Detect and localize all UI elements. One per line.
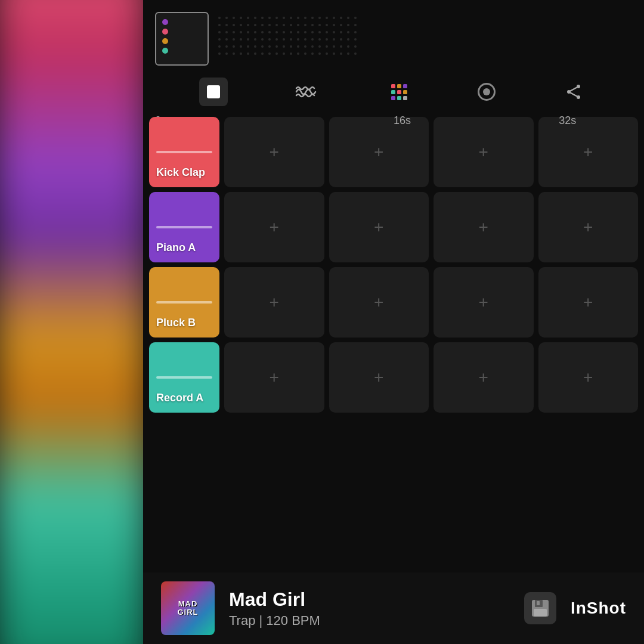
dot-grid-cell (347, 38, 349, 41)
track-empty-pluck-b-4[interactable]: + (538, 267, 639, 338)
dot-grid-cell (233, 52, 235, 55)
track-empty-kick-clap-3[interactable]: + (434, 117, 534, 187)
dot-grid-cell (354, 31, 357, 33)
dots-pattern-area (218, 12, 632, 57)
share-button[interactable] (559, 78, 588, 106)
track-row-piano-a: Piano A + + + + (149, 192, 638, 262)
dot-grid-cell (354, 38, 357, 41)
dot-grid-cell (311, 24, 314, 26)
dot-grid-cell (297, 38, 299, 41)
dot-grid-cell (268, 17, 271, 19)
track-bar (156, 226, 212, 228)
track-name-pluck-b: Pluck B (156, 317, 196, 329)
record-button[interactable] (478, 83, 496, 101)
main-area: 0s 16s 32s Kick Clap + + + + Piano (143, 0, 644, 644)
save-icon (530, 598, 550, 618)
dot-grid-cell (268, 45, 271, 48)
dot-grid-cell (304, 31, 306, 33)
album-art: MADGIRL (161, 581, 215, 635)
dot-grid-cell (261, 31, 264, 33)
track-pluck-b[interactable]: Pluck B (149, 267, 219, 338)
dot-grid-cell (233, 31, 235, 33)
dot-grid-cell (326, 24, 328, 26)
track-empty-kick-clap-1[interactable]: + (224, 117, 324, 187)
dot-grid-cell (340, 24, 342, 26)
track-empty-record-a-4[interactable]: + (538, 342, 639, 413)
track-empty-piano-a-2[interactable]: + (329, 192, 429, 262)
dot-grid-cell (297, 24, 299, 26)
dot-grid-cell (218, 17, 221, 19)
track-empty-piano-a-3[interactable]: + (434, 192, 534, 262)
dot-grid-cell (240, 24, 242, 26)
song-title: Mad Girl (229, 589, 510, 611)
track-row-kick-clap: Kick Clap + + + + (149, 117, 638, 187)
toolbar (143, 72, 644, 112)
svg-line-12 (571, 88, 577, 91)
dot-grid-cell (340, 31, 342, 33)
dot-grid-cell (225, 31, 228, 33)
svg-rect-5 (403, 90, 407, 94)
dot-grid-cell (254, 24, 256, 26)
dot-grid-cell (247, 17, 249, 19)
track-empty-pluck-b-3[interactable]: + (434, 267, 534, 338)
dot-grid-cell (304, 17, 306, 19)
track-empty-piano-a-1[interactable]: + (224, 192, 324, 262)
track-empty-record-a-2[interactable]: + (329, 342, 429, 413)
dot-grid-cell (340, 17, 342, 19)
dot-grid-cell (311, 31, 314, 33)
dot-grid-cell (261, 38, 264, 41)
dot-grid-cell (290, 24, 292, 26)
dot-grid-cell (290, 17, 292, 19)
track-empty-kick-clap-2[interactable]: + (329, 117, 429, 187)
project-thumbnail[interactable] (155, 12, 209, 66)
track-empty-piano-a-4[interactable]: + (538, 192, 639, 262)
dot-grid-cell (254, 52, 256, 55)
album-art-text: MADGIRL (177, 600, 198, 617)
dot-grid-cell (233, 24, 235, 26)
dot-grid-cell (304, 24, 306, 26)
wave-button[interactable] (292, 78, 320, 106)
track-row-record-a: Record A + + + + (149, 342, 638, 413)
dot-grid-cell (218, 45, 221, 48)
dot-grid-cell (275, 38, 278, 41)
track-bar (156, 151, 212, 153)
record-inner-dot (483, 88, 490, 95)
dot-grid-cell (225, 17, 228, 19)
track-empty-kick-clap-4[interactable]: + (538, 117, 639, 187)
dot-grid-cell (318, 38, 321, 41)
grid-button[interactable] (385, 78, 413, 106)
track-empty-record-a-3[interactable]: + (434, 342, 534, 413)
song-subtitle: Trap | 120 BPM (229, 613, 510, 628)
dot-grid-cell (290, 31, 292, 33)
dot-grid-cell (240, 31, 242, 33)
dot-grid-cell (247, 31, 249, 33)
dot-grid-cell (311, 38, 314, 41)
dot-grid-cell (283, 17, 285, 19)
stop-button[interactable] (199, 78, 228, 106)
time-label-32s: 32s (559, 114, 576, 127)
dot-grid-cell (311, 17, 314, 19)
left-decorative-panel (0, 0, 143, 644)
track-name-kick-clap: Kick Clap (156, 166, 205, 179)
dot-grid-cell (333, 52, 335, 55)
record-icon (478, 83, 496, 101)
svg-rect-8 (403, 96, 407, 100)
dot-grid-cell (333, 38, 335, 41)
save-button[interactable] (524, 592, 556, 624)
track-record-a[interactable]: Record A (149, 342, 219, 413)
dot-grid-cell (347, 52, 349, 55)
svg-rect-4 (397, 90, 401, 94)
track-empty-pluck-b-2[interactable]: + (329, 267, 429, 338)
dot-grid-cell (268, 24, 271, 26)
track-empty-pluck-b-1[interactable]: + (224, 267, 324, 338)
dot-grid-cell (326, 38, 328, 41)
svg-rect-1 (397, 84, 401, 88)
app-root: 0s 16s 32s Kick Clap + + + + Piano (0, 0, 644, 644)
track-piano-a[interactable]: Piano A (149, 192, 219, 262)
dot-grid-cell (225, 38, 228, 41)
track-kick-clap[interactable]: Kick Clap (149, 117, 219, 187)
svg-rect-0 (391, 84, 395, 88)
dot-grid-cell (290, 45, 292, 48)
track-empty-record-a-1[interactable]: + (224, 342, 324, 413)
svg-rect-16 (534, 609, 547, 617)
